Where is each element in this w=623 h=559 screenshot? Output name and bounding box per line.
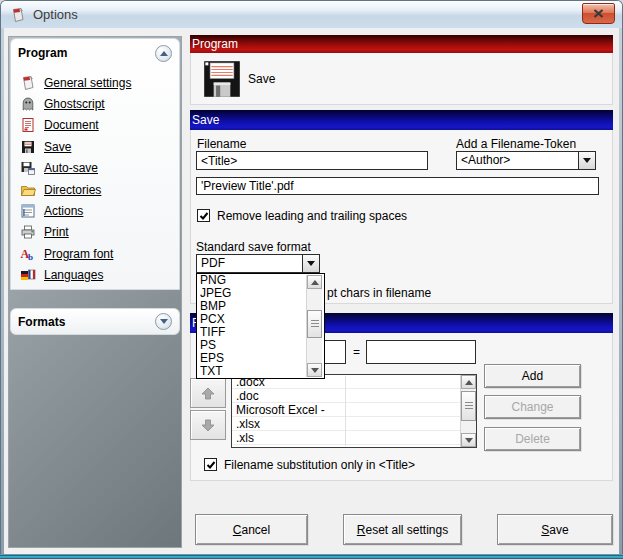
save-format-value: PDF bbox=[197, 255, 302, 272]
sidebar-item-actions[interactable]: Actions bbox=[20, 200, 175, 221]
window-title: Options bbox=[33, 7, 78, 22]
program-group-panel: Program General settings bbox=[10, 38, 180, 290]
remove-spaces-checkbox[interactable] bbox=[197, 209, 210, 222]
sidebar-item-save[interactable]: Save bbox=[20, 136, 175, 157]
scroll-up-button[interactable] bbox=[461, 375, 476, 389]
window-list-icon bbox=[20, 203, 36, 219]
sidebar-item-label: Auto-save bbox=[44, 161, 98, 175]
table-row[interactable]: .xlsx bbox=[232, 417, 476, 431]
reset-all-settings-button[interactable]: Reset all settings bbox=[343, 514, 462, 545]
dropdown-option[interactable]: TXT bbox=[197, 365, 324, 378]
sidebar-item-label: Print bbox=[44, 225, 69, 239]
arrow-up-icon bbox=[201, 387, 215, 400]
close-button[interactable] bbox=[582, 3, 615, 24]
filename-token-select[interactable]: <Author> bbox=[456, 151, 596, 170]
font-letters-icon: A b bbox=[20, 246, 36, 262]
filename-token-value: <Author> bbox=[457, 152, 578, 169]
table-row[interactable]: Microsoft Excel - bbox=[232, 403, 476, 417]
sidebar-item-label: Program font bbox=[44, 247, 113, 261]
list-scrollbar[interactable] bbox=[460, 375, 476, 447]
printer-icon bbox=[20, 224, 36, 240]
svg-text:b: b bbox=[28, 251, 33, 261]
arrow-up-icon bbox=[311, 280, 319, 285]
scroll-down-button[interactable] bbox=[307, 363, 322, 377]
save-format-select[interactable]: PDF bbox=[196, 254, 320, 273]
sidebar-item-label: General settings bbox=[44, 76, 131, 90]
formats-group-title: Formats bbox=[18, 315, 65, 329]
sidebar-item-print[interactable]: Print bbox=[20, 222, 175, 243]
scroll-down-button[interactable] bbox=[461, 433, 476, 447]
token-dropdown-button[interactable] bbox=[578, 152, 595, 169]
sidebar-item-label: Actions bbox=[44, 204, 83, 218]
change-button[interactable]: Change bbox=[484, 395, 581, 419]
table-row[interactable]: .doc bbox=[232, 389, 476, 403]
substitution-replace-input[interactable] bbox=[366, 340, 476, 364]
sidebar-item-auto-save[interactable]: Auto-save bbox=[20, 158, 175, 179]
sidebar-item-directories[interactable]: Directories bbox=[20, 179, 175, 200]
save-section-header: Save bbox=[190, 110, 613, 130]
checkmark-icon bbox=[199, 211, 209, 221]
expand-formats-button[interactable] bbox=[155, 313, 172, 330]
program-group-header: Program bbox=[11, 39, 179, 67]
auto-save-icon bbox=[20, 160, 36, 176]
options-window: Options Program General settings bbox=[0, 0, 623, 559]
sidebar-item-label: Directories bbox=[44, 183, 101, 197]
program-group-title: Program bbox=[18, 46, 67, 60]
format-dropdown-button[interactable] bbox=[302, 255, 319, 272]
floppy-disk-icon bbox=[203, 60, 241, 98]
scrollbar-thumb[interactable] bbox=[461, 391, 476, 421]
remove-spaces-label: Remove leading and trailing spaces bbox=[217, 209, 407, 223]
thumb-grip-icon bbox=[311, 320, 319, 328]
dropdown-option[interactable]: TIFF bbox=[197, 326, 324, 339]
move-up-button[interactable] bbox=[190, 378, 226, 408]
table-row[interactable]: .xls bbox=[232, 431, 476, 445]
equals-sign: = bbox=[353, 345, 360, 359]
dropdown-scrollbar[interactable] bbox=[306, 275, 322, 377]
chevron-down-icon bbox=[307, 261, 315, 266]
delete-button[interactable]: Delete bbox=[484, 427, 581, 451]
flags-icon bbox=[20, 267, 36, 283]
move-down-button[interactable] bbox=[190, 410, 226, 440]
close-icon bbox=[593, 9, 604, 18]
arrow-up-icon bbox=[465, 380, 473, 385]
sidebar-item-label: Save bbox=[44, 140, 71, 154]
thumb-grip-icon bbox=[465, 402, 473, 410]
format-dropdown-list: PNG JPEG BMP PCX TIFF PS EPS TXT bbox=[196, 273, 325, 379]
checkmark-icon bbox=[206, 460, 216, 470]
substitution-list: .docx .doc Microsoft Excel - .xlsx .xls bbox=[231, 374, 477, 448]
save-format-label: Standard save format bbox=[196, 240, 311, 254]
column-divider bbox=[345, 376, 346, 446]
program-nav-list: General settings Ghostscript Docu bbox=[20, 72, 175, 286]
chevron-down-icon bbox=[583, 158, 591, 163]
window-bottom-border bbox=[0, 554, 623, 559]
formats-group-header[interactable]: Formats bbox=[10, 308, 180, 335]
add-button[interactable]: Add bbox=[484, 364, 581, 388]
ghost-icon bbox=[20, 96, 36, 112]
sidebar-item-label: Ghostscript bbox=[44, 97, 105, 111]
sidebar-item-ghostscript[interactable]: Ghostscript bbox=[20, 93, 175, 114]
scrollbar-thumb[interactable] bbox=[307, 310, 322, 338]
category-sidebar: Program General settings bbox=[8, 36, 182, 548]
filename-preview-box: 'Preview Title'.pdf bbox=[196, 177, 599, 195]
title-bar[interactable]: Options bbox=[1, 1, 622, 28]
chevron-down-icon bbox=[160, 319, 168, 324]
collapse-program-button[interactable] bbox=[155, 45, 172, 62]
sidebar-item-languages[interactable]: Languages bbox=[20, 265, 175, 286]
only-title-checkbox[interactable] bbox=[204, 458, 217, 471]
chevron-up-icon bbox=[160, 51, 168, 56]
save-button[interactable]: Save bbox=[497, 514, 613, 545]
filename-token-label: Add a Filename-Token bbox=[456, 137, 576, 151]
document-icon bbox=[20, 117, 36, 133]
sidebar-item-general-settings[interactable]: General settings bbox=[20, 72, 175, 93]
pdfcreator-app-icon bbox=[10, 7, 26, 23]
pdfcreator-page-icon bbox=[20, 75, 36, 91]
cancel-button[interactable]: Cancel bbox=[195, 514, 308, 545]
sidebar-item-program-font[interactable]: A b Program font bbox=[20, 243, 175, 264]
sidebar-item-label: Languages bbox=[44, 268, 103, 282]
filename-input[interactable] bbox=[196, 151, 428, 170]
page-title: Save bbox=[248, 72, 275, 86]
scroll-up-button[interactable] bbox=[307, 275, 322, 289]
sidebar-item-document[interactable]: Document bbox=[20, 115, 175, 136]
partially-hidden-checkbox-label: pt chars in filename bbox=[327, 286, 431, 300]
filename-label: Filename bbox=[197, 137, 246, 151]
